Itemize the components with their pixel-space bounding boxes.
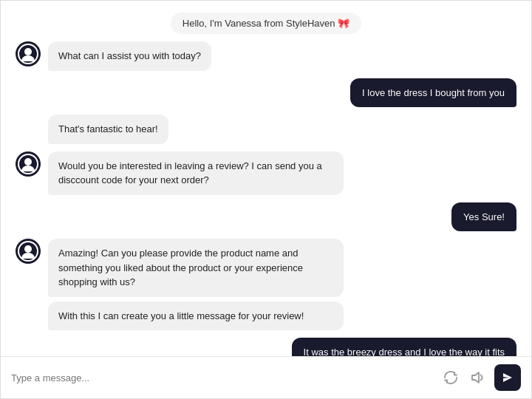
bot-row-amazing: Amazing! Can you please provide the prod… <box>16 239 516 330</box>
bot-row-review: Would you be interested in leaving a rev… <box>16 151 516 195</box>
user-text-yes: Yes Sure! <box>463 211 505 222</box>
refresh-icon-button[interactable] <box>441 368 460 387</box>
volume-icon-button[interactable] <box>468 368 487 387</box>
bot-bubble-amazing: Amazing! Can you please provide the prod… <box>48 239 344 297</box>
bot-text-amazing: Amazing! Can you please provide the prod… <box>58 248 303 287</box>
svg-point-5 <box>24 245 32 253</box>
greeting-bubble: Hello, I'm Vanessa from StyleHaven 🎀 <box>171 13 361 34</box>
svg-point-1 <box>24 48 32 55</box>
bot-group-amazing: Amazing! Can you please provide the prod… <box>48 239 344 330</box>
user-bubble-breezy: It was the breezy dress and I love the w… <box>292 338 516 356</box>
user-row-breezy: It was the breezy dress and I love the w… <box>16 338 516 356</box>
message-input[interactable] <box>11 369 434 386</box>
user-text-love: I love the dress I bought from you <box>362 87 505 98</box>
bot-text-fantastic: That's fantastic to hear! <box>58 123 158 134</box>
bot-bubble-assist: What can I assist you with today? <box>48 41 211 71</box>
chat-input-area <box>1 356 531 398</box>
greeting-text: Hello, I'm Vanessa from StyleHaven 🎀 <box>183 18 349 29</box>
bot-row-assist: What can I assist you with today? <box>16 41 516 71</box>
bot-text-review: Would you be interested in leaving a rev… <box>58 160 322 186</box>
svg-marker-8 <box>472 372 479 383</box>
bot-avatar <box>16 41 41 66</box>
send-button[interactable] <box>494 364 521 391</box>
bot-avatar-2 <box>16 151 41 177</box>
greeting-row: Hello, I'm Vanessa from StyleHaven 🎀 <box>16 13 516 34</box>
user-text-breezy: It was the breezy dress and I love the w… <box>304 347 505 356</box>
chat-container: Hello, I'm Vanessa from StyleHaven 🎀 Wha… <box>0 0 532 399</box>
bot-row-fantastic: That's fantastic to hear! <box>16 115 516 144</box>
chat-messages[interactable]: Hello, I'm Vanessa from StyleHaven 🎀 Wha… <box>1 1 531 356</box>
bot-text-create: With this I can create you a little mess… <box>58 310 304 321</box>
svg-marker-9 <box>503 373 512 382</box>
bot-avatar-3 <box>16 239 41 264</box>
bot-text-assist: What can I assist you with today? <box>58 50 201 61</box>
user-bubble-yes: Yes Sure! <box>451 202 516 232</box>
bot-bubble-review: Would you be interested in leaving a rev… <box>48 151 344 195</box>
svg-point-3 <box>24 158 32 166</box>
user-row-love: I love the dress I bought from you <box>16 78 516 108</box>
bot-bubble-fantastic: That's fantastic to hear! <box>48 115 168 144</box>
user-bubble-love: I love the dress I bought from you <box>350 78 516 108</box>
user-row-yes: Yes Sure! <box>16 202 516 232</box>
bot-bubble-create: With this I can create you a little mess… <box>48 301 344 331</box>
